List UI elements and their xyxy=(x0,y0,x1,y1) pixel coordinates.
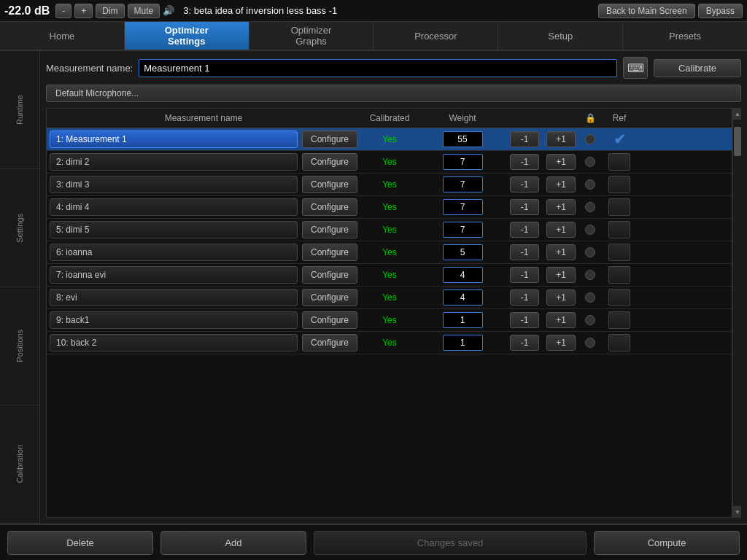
dim-button[interactable]: Dim xyxy=(96,4,124,18)
sidebar-item-positions[interactable]: Positions xyxy=(0,287,39,405)
tab-presets[interactable]: Presets xyxy=(623,22,747,50)
back-main-button[interactable]: Back to Main Screen xyxy=(598,4,695,18)
sidebar-item-settings[interactable]: Settings xyxy=(0,169,39,287)
table-row[interactable]: 2: dimi 2 Configure Yes -1 +1 xyxy=(47,151,732,174)
table-row[interactable]: 10: back 2 Configure Yes -1 +1 xyxy=(47,332,732,354)
table-row[interactable]: 6: ioanna Configure Yes -1 +1 xyxy=(47,241,732,264)
mute-button[interactable]: Mute xyxy=(128,4,160,18)
plus-button[interactable]: +1 xyxy=(546,244,576,260)
minus-db-button[interactable]: - xyxy=(55,4,71,18)
weight-input[interactable] xyxy=(443,289,483,306)
weight-input[interactable] xyxy=(443,312,483,328)
minus-button[interactable]: -1 xyxy=(510,312,539,328)
configure-button[interactable]: Configure xyxy=(302,334,357,351)
minus-button[interactable]: -1 xyxy=(510,199,539,215)
scroll-track[interactable] xyxy=(733,120,741,506)
weight-input[interactable] xyxy=(443,222,483,238)
row-name-cell: 8: evi Configure xyxy=(47,289,360,306)
table-row[interactable]: 7: ioanna evi Configure Yes -1 +1 xyxy=(47,264,732,287)
calibrate-button[interactable]: Calibrate xyxy=(654,59,741,77)
plus-cell: +1 xyxy=(543,267,579,283)
minus-button[interactable]: -1 xyxy=(510,289,539,306)
row-name-box[interactable]: 7: ioanna evi xyxy=(50,266,298,284)
minus-button[interactable]: -1 xyxy=(510,335,539,351)
scroll-thumb[interactable] xyxy=(734,127,741,156)
row-name-box[interactable]: 1: Measurement 1 xyxy=(50,131,298,148)
table-row[interactable]: 9: back1 Configure Yes -1 +1 xyxy=(47,309,732,332)
lock-indicator xyxy=(585,270,595,280)
tab-setup[interactable]: Setup xyxy=(498,22,623,50)
plus-db-button[interactable]: + xyxy=(74,4,93,18)
minus-button[interactable]: -1 xyxy=(510,244,539,260)
bypass-button[interactable]: Bypass xyxy=(698,4,743,18)
configure-button[interactable]: Configure xyxy=(302,266,357,284)
minus-button[interactable]: -1 xyxy=(510,154,539,170)
row-name-box[interactable]: 3: dimi 3 xyxy=(50,176,298,193)
weight-input[interactable] xyxy=(443,335,483,351)
table-row[interactable]: 8: evi Configure Yes -1 +1 xyxy=(47,287,732,309)
weight-cell xyxy=(419,244,506,260)
row-name-cell: 7: ioanna evi Configure xyxy=(47,266,360,284)
plus-button[interactable]: +1 xyxy=(546,267,576,283)
row-name-box[interactable]: 8: evi xyxy=(50,289,298,306)
configure-button[interactable]: Configure xyxy=(302,198,357,216)
row-name-box[interactable]: 4: dimi 4 xyxy=(50,198,298,216)
keyboard-button[interactable]: ⌨ xyxy=(623,57,648,79)
plus-button[interactable]: +1 xyxy=(546,312,576,328)
minus-button[interactable]: -1 xyxy=(510,176,539,192)
plus-button[interactable]: +1 xyxy=(546,154,576,170)
scroll-down-arrow[interactable]: ▼ xyxy=(733,506,741,518)
plus-button[interactable]: +1 xyxy=(546,199,576,215)
table-row[interactable]: 5: dimi 5 Configure Yes -1 +1 xyxy=(47,219,732,241)
configure-button[interactable]: Configure xyxy=(302,131,357,148)
col-header-calibrated: Calibrated xyxy=(360,112,419,125)
speaker-icon: 🔊 xyxy=(163,5,174,16)
plus-button[interactable]: +1 xyxy=(546,222,576,238)
weight-input[interactable] xyxy=(443,154,483,170)
minus-button[interactable]: -1 xyxy=(510,267,539,283)
minus-button[interactable]: -1 xyxy=(510,222,539,238)
row-name-box[interactable]: 10: back 2 xyxy=(50,334,298,351)
top-bar: -22.0 dB - + Dim Mute 🔊 3: beta idea of … xyxy=(0,0,747,22)
weight-input[interactable] xyxy=(443,199,483,215)
plus-button[interactable]: +1 xyxy=(546,335,576,351)
tab-processor[interactable]: Processor xyxy=(374,22,498,50)
configure-button[interactable]: Configure xyxy=(302,289,357,306)
row-name-box[interactable]: 6: ioanna xyxy=(50,244,298,261)
table-row[interactable]: 4: dimi 4 Configure Yes -1 +1 xyxy=(47,196,732,219)
minus-cell: -1 xyxy=(506,154,543,170)
configure-button[interactable]: Configure xyxy=(302,176,357,193)
delete-button[interactable]: Delete xyxy=(7,531,153,555)
minus-button[interactable]: -1 xyxy=(510,131,539,147)
ref-empty xyxy=(608,153,630,171)
tab-home[interactable]: Home xyxy=(0,22,125,50)
compute-button[interactable]: Compute xyxy=(594,531,740,555)
table-row[interactable]: 3: dimi 3 Configure Yes -1 +1 xyxy=(47,174,732,196)
configure-button[interactable]: Configure xyxy=(302,244,357,261)
sidebar-item-calibration[interactable]: Calibration xyxy=(0,405,39,524)
measurement-name-input[interactable] xyxy=(139,59,617,77)
row-name-box[interactable]: 5: dimi 5 xyxy=(50,221,298,238)
row-name-box[interactable]: 9: back1 xyxy=(50,311,298,329)
sidebar-item-runtime[interactable]: Runtime xyxy=(0,51,39,169)
row-name-box[interactable]: 2: dimi 2 xyxy=(50,153,298,171)
ref-cell xyxy=(601,266,638,284)
plus-button[interactable]: +1 xyxy=(546,289,576,306)
configure-button[interactable]: Configure xyxy=(302,153,357,171)
plus-button[interactable]: +1 xyxy=(546,176,576,192)
tab-optimizer-graphs[interactable]: OptimizerGraphs xyxy=(249,22,374,50)
scrollbar[interactable]: ▲ ▼ xyxy=(732,108,741,518)
weight-input[interactable] xyxy=(443,176,483,192)
weight-input[interactable] xyxy=(443,131,483,147)
tab-optimizer-settings[interactable]: OptimizerSettings xyxy=(125,22,249,50)
configure-button[interactable]: Configure xyxy=(302,311,357,329)
weight-input[interactable] xyxy=(443,244,483,260)
plus-button[interactable]: +1 xyxy=(546,131,576,147)
configure-button[interactable]: Configure xyxy=(302,221,357,238)
scroll-up-arrow[interactable]: ▲ xyxy=(733,108,741,120)
add-button[interactable]: Add xyxy=(160,531,306,555)
default-mic-button[interactable]: Default Microphone... xyxy=(46,85,741,102)
weight-input[interactable] xyxy=(443,267,483,283)
table-row[interactable]: 1: Measurement 1 Configure Yes -1 +1 ✔ xyxy=(47,128,732,151)
lock-cell xyxy=(579,225,601,235)
